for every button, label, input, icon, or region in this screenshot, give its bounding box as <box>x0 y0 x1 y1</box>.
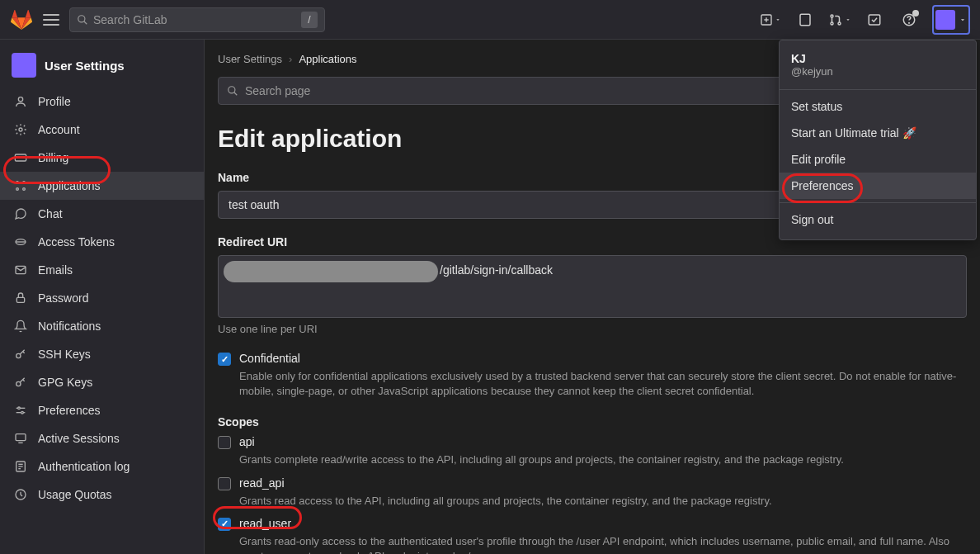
dropdown-edit-profile[interactable]: Edit profile <box>780 146 976 173</box>
password-icon <box>13 291 28 305</box>
sidebar-item-tokens[interactable]: Access Tokens <box>0 228 204 256</box>
sidebar-header[interactable]: User Settings <box>0 46 204 88</box>
scope-read-api-checkbox[interactable] <box>218 477 231 490</box>
scope-read-user-desc: Grants read-only access to the authentic… <box>239 534 967 554</box>
sidebar-item-label: Emails <box>38 263 73 277</box>
sidebar-item-label: SSH Keys <box>38 348 91 361</box>
svg-line-38 <box>234 92 238 96</box>
hamburger-icon[interactable] <box>43 12 59 28</box>
sidebar-item-usage[interactable]: Usage Quotas <box>0 481 204 509</box>
scope-read-api-label[interactable]: read_api <box>239 476 285 490</box>
profile-icon <box>13 94 28 109</box>
svg-line-1 <box>84 21 87 24</box>
scope-api-label[interactable]: api <box>239 435 255 448</box>
preferences-icon <box>13 403 28 418</box>
svg-rect-30 <box>16 434 26 441</box>
sidebar-item-notifications[interactable]: Notifications <box>0 312 204 340</box>
chat-icon <box>13 206 28 221</box>
confidential-label[interactable]: Confidential <box>239 352 300 365</box>
todos-icon[interactable] <box>863 8 886 31</box>
global-search-input[interactable]: Search GitLab / <box>69 7 325 32</box>
sidebar-item-label: Account <box>38 123 80 136</box>
scope-api-desc: Grants complete read/write access to the… <box>239 452 967 467</box>
svg-rect-23 <box>16 297 24 302</box>
sidebar-item-label: Active Sessions <box>38 432 120 445</box>
authlog-icon <box>13 459 28 474</box>
redirect-help: Use one line per URI <box>218 323 967 335</box>
notifications-icon <box>13 319 28 334</box>
confidential-checkbox[interactable] <box>218 353 231 366</box>
svg-rect-14 <box>15 154 26 161</box>
ssh-icon <box>13 347 28 362</box>
svg-point-37 <box>229 87 235 93</box>
topbar: Search GitLab / <box>0 0 980 40</box>
sidebar-item-chat[interactable]: Chat <box>0 200 204 228</box>
dropdown-trial[interactable]: Start an Ultimate trial 🚀 <box>780 120 976 146</box>
sidebar-item-label: Access Tokens <box>38 235 115 249</box>
sidebar-item-label: Notifications <box>38 320 101 333</box>
redacted-text <box>224 261 438 282</box>
sidebar-item-ssh[interactable]: SSH Keys <box>0 340 204 368</box>
dropdown-preferences[interactable]: Preferences <box>780 173 976 199</box>
sidebar-item-label: Preferences <box>38 404 100 417</box>
dropdown-sign-out[interactable]: Sign out <box>780 206 976 233</box>
help-icon[interactable] <box>898 8 921 31</box>
svg-point-19 <box>23 188 26 191</box>
billing-icon <box>13 150 28 165</box>
sidebar-item-billing[interactable]: Billing <box>0 144 204 172</box>
svg-point-13 <box>19 128 22 131</box>
user-avatar-menu[interactable] <box>932 5 970 35</box>
sidebar-item-label: Password <box>38 291 88 305</box>
search-shortcut: / <box>301 12 318 28</box>
breadcrumb-item[interactable]: User Settings <box>218 53 282 65</box>
svg-point-8 <box>838 22 841 25</box>
sidebar-item-emails[interactable]: Emails <box>0 256 204 284</box>
breadcrumb-sep: › <box>289 53 292 65</box>
scope-read-user-checkbox[interactable] <box>218 518 231 531</box>
svg-point-28 <box>18 407 21 410</box>
breadcrumb-current: Applications <box>299 53 356 65</box>
dropdown-user-name: KJ <box>791 52 964 65</box>
scope-read-user-label[interactable]: read_user <box>239 517 291 530</box>
scope-api-checkbox[interactable] <box>218 436 231 449</box>
redirect-input[interactable]: /gitlab/sign-in/callback <box>218 255 967 318</box>
topbar-right <box>759 5 970 35</box>
svg-point-17 <box>23 182 26 184</box>
svg-point-0 <box>78 15 85 21</box>
sidebar-item-preferences[interactable]: Preferences <box>0 396 204 424</box>
issues-icon[interactable] <box>794 8 817 31</box>
sidebar-item-gpg[interactable]: GPG Keys <box>0 368 204 396</box>
sidebar-item-label: Billing <box>38 151 68 164</box>
help-badge <box>912 10 919 17</box>
sidebar-item-label: Chat <box>38 207 63 220</box>
emails-icon <box>13 263 28 277</box>
svg-point-29 <box>21 411 24 414</box>
sessions-icon <box>13 431 28 446</box>
svg-point-7 <box>831 22 833 25</box>
sidebar-item-password[interactable]: Password <box>0 284 204 312</box>
gpg-icon <box>13 375 28 390</box>
sidebar-item-profile[interactable]: Profile <box>0 88 204 116</box>
svg-point-12 <box>18 97 22 102</box>
dropdown-set-status[interactable]: Set status <box>780 93 976 120</box>
scopes-label: Scopes <box>218 415 967 429</box>
svg-point-16 <box>16 182 19 184</box>
svg-rect-9 <box>869 15 880 25</box>
merge-requests-icon[interactable] <box>828 8 851 31</box>
avatar <box>935 10 955 30</box>
plus-icon[interactable] <box>759 8 782 31</box>
confidential-desc: Enable only for confidential application… <box>239 369 967 399</box>
svg-point-18 <box>16 188 19 191</box>
sidebar-item-applications[interactable]: Applications <box>0 172 204 200</box>
dropdown-user-handle: @kejyun <box>791 65 964 78</box>
sidebar-item-label: Applications <box>38 179 101 192</box>
sidebar-item-label: Usage Quotas <box>38 488 112 501</box>
page-search-placeholder: Search page <box>245 84 310 97</box>
sidebar-item-authlog[interactable]: Authentication log <box>0 452 204 481</box>
sidebar-item-sessions[interactable]: Active Sessions <box>0 424 204 452</box>
sidebar-title: User Settings <box>45 59 125 73</box>
sidebar-item-account[interactable]: Account <box>0 116 204 144</box>
redirect-value-suffix: /gitlab/sign-in/callback <box>440 263 553 277</box>
gitlab-logo[interactable] <box>10 8 33 31</box>
sidebar-item-label: Profile <box>38 95 71 108</box>
